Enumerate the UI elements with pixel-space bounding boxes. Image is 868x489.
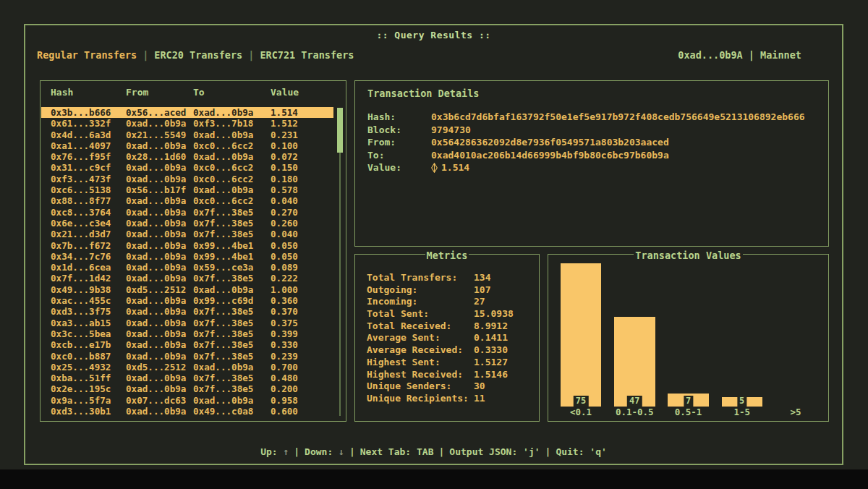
metric-row: Highest Received:1.5146 bbox=[367, 369, 533, 381]
scrollbar-track[interactable] bbox=[339, 108, 341, 416]
tab-erc20-transfers[interactable]: ERC20 Transfers bbox=[154, 49, 242, 61]
table-row[interactable]: 0xd3...30b10xad...0b9a0x49...c0a80.600 bbox=[41, 406, 333, 417]
tab-regular-transfers[interactable]: Regular Transfers bbox=[37, 49, 137, 61]
table-body: 0x3b...b6660x56...aced0xad...0b9a1.5140x… bbox=[41, 107, 333, 417]
chart-bar-value-label: 7 bbox=[684, 396, 693, 407]
metric-value: 107 bbox=[474, 284, 490, 297]
table-row[interactable]: 0x7f...1d420xad...0b9a0x7f...38e50.222 bbox=[41, 273, 333, 284]
table-cell: 0x7f...38e5 bbox=[193, 328, 271, 340]
table-row[interactable]: 0x9a...5f7a0x07...dc630xad...0b9a0.958 bbox=[41, 395, 333, 406]
chart-title: Transaction Values bbox=[634, 250, 742, 261]
table-cell: 0xc0...6cc2 bbox=[193, 162, 271, 174]
table-cell: 0xad...0b9a bbox=[193, 395, 271, 407]
table-row[interactable]: 0x3b...b6660x56...aced0xad...0b9a1.514 bbox=[41, 107, 333, 118]
table-cell: 0x61...332f bbox=[51, 118, 126, 129]
table-row[interactable]: 0xf3...473f0xad...0b9a0xc0...6cc20.180 bbox=[41, 174, 333, 184]
details-title: Transaction Details bbox=[367, 88, 479, 99]
table-row[interactable]: 0x76...f95f0x28...1d600xad...0b9a0.072 bbox=[41, 151, 333, 162]
table-cell: 0x9a...5f7a bbox=[51, 395, 126, 407]
terminal-window: :: Query Results :: Regular Transfers|ER… bbox=[0, 0, 868, 469]
table-cell: 0x7f...1d42 bbox=[51, 273, 126, 284]
detail-value-text: 0xad4010ac206b14d66999b4bf9b80c6bc97b60b… bbox=[431, 149, 669, 162]
table-row[interactable]: 0x6e...c3e40xad...0b9a0x7f...38e50.260 bbox=[41, 218, 333, 229]
table-cell: 0.050 bbox=[271, 240, 333, 252]
table-header: HashFromToValue bbox=[51, 87, 331, 98]
table-cell: 0xf3...7b18 bbox=[193, 118, 271, 129]
table-cell: 0x7f...38e5 bbox=[193, 229, 271, 240]
table-row[interactable]: 0xa3...ab150xad...0b9a0x7f...38e50.375 bbox=[41, 318, 333, 328]
table-cell: 0.231 bbox=[271, 129, 333, 141]
metric-label: Unique Senders: bbox=[367, 380, 474, 393]
detail-label: Hash: bbox=[367, 111, 431, 124]
table-row[interactable]: 0xc6...51380x56...b17f0xad...0b9a0.578 bbox=[41, 184, 333, 195]
metric-row: Average Received:0.3330 bbox=[367, 344, 533, 357]
scrollbar-thumb[interactable] bbox=[337, 108, 343, 153]
table-row[interactable]: 0x34...7c760xad...0b9a0x99...4be10.050 bbox=[41, 251, 333, 262]
table-row[interactable]: 0x61...332f0xad...0b9a0xf3...7b181.512 bbox=[41, 118, 333, 129]
table-row[interactable]: 0xa1...40970xad...0b9a0xc0...6cc20.100 bbox=[41, 140, 333, 151]
table-cell: 0x76...f95f bbox=[51, 151, 126, 163]
table-cell: 0xad...0b9a bbox=[126, 339, 193, 351]
table-row[interactable]: 0x4d...6a3d0x21...55490xad...0b9a0.231 bbox=[41, 129, 333, 140]
metric-row: Total Received:8.9912 bbox=[367, 320, 533, 333]
table-row[interactable]: 0x21...d3d70xad...0b9a0x7f...38e50.040 bbox=[41, 229, 333, 239]
table-row[interactable]: 0x25...49320xd5...25120xad...0b9a0.700 bbox=[41, 362, 333, 373]
metrics-panel: Metrics Total Transfers:134Outgoing:107I… bbox=[354, 254, 540, 422]
metric-label: Outgoing: bbox=[367, 284, 474, 297]
detail-value-text: 1.514 bbox=[441, 161, 469, 174]
statusbar-separator: | bbox=[540, 446, 556, 457]
table-cell: 0xad...0b9a bbox=[193, 129, 271, 141]
table-row[interactable]: 0xd3...3f750xad...0b9a0x7f...38e50.370 bbox=[41, 306, 333, 317]
table-row[interactable]: 0x49...9b380xd5...25120xad...0b9a1.000 bbox=[41, 284, 333, 295]
table-cell: 0xba...51ff bbox=[51, 373, 126, 384]
detail-value: 1.514 bbox=[431, 161, 469, 174]
detail-value: 0x564286362092d8e7936f0549571a803b203aac… bbox=[431, 136, 669, 149]
column-header: Value bbox=[271, 87, 331, 98]
table-row[interactable]: 0xc0...b8870xad...0b9a0x7f...38e50.239 bbox=[41, 351, 333, 362]
detail-label: To: bbox=[367, 149, 431, 162]
metric-row: Outgoing:107 bbox=[367, 284, 533, 297]
table-cell: 0xcb...e17b bbox=[51, 339, 126, 351]
table-row[interactable]: 0x31...c9cf0xad...0b9a0xc0...6cc20.150 bbox=[41, 162, 333, 173]
table-cell: 0xc8...3764 bbox=[51, 207, 126, 218]
table-cell: 0xad...0b9a bbox=[126, 174, 193, 185]
column-header: To bbox=[193, 87, 271, 98]
table-cell: 0xad...0b9a bbox=[126, 406, 193, 417]
metric-row: Highest Sent:1.5127 bbox=[367, 357, 533, 369]
details-fields: Hash:0x3b6cd7d6bfaf163792f50e1ef5e917b97… bbox=[367, 111, 821, 174]
metric-value: 1.5146 bbox=[474, 369, 508, 381]
table-cell: 0.050 bbox=[271, 251, 333, 263]
detail-label: Value: bbox=[367, 161, 431, 174]
column-header: Hash bbox=[51, 87, 126, 98]
table-row[interactable]: 0x3c...5bea0xad...0b9a0x7f...38e50.399 bbox=[41, 328, 333, 339]
metric-label: Total Transfers: bbox=[367, 272, 474, 284]
table-row[interactable]: 0xcb...e17b0xad...0b9a0x7f...38e50.330 bbox=[41, 339, 333, 350]
tab-erc721-transfers[interactable]: ERC721 Transfers bbox=[260, 49, 354, 61]
chart-x-tick-label: 0.5-1 bbox=[661, 407, 715, 418]
table-cell: 0.100 bbox=[271, 140, 333, 152]
transaction-details-panel: Transaction Details Hash:0x3b6cd7d6bfaf1… bbox=[354, 80, 829, 247]
table-cell: 0.040 bbox=[271, 229, 333, 240]
table-cell: 0x7f...38e5 bbox=[193, 339, 271, 351]
table-row[interactable]: 0xac...455c0xad...0b9a0x99...c69d0.360 bbox=[41, 295, 333, 306]
table-row[interactable]: 0x7b...f6720xad...0b9a0x99...4be10.050 bbox=[41, 240, 333, 251]
table-cell: 0x59...ce3a bbox=[193, 262, 271, 273]
table-cell: 0x21...d3d7 bbox=[51, 229, 126, 240]
detail-row: Value:1.514 bbox=[367, 161, 821, 174]
table-row[interactable]: 0x88...8f770xad...0b9a0xc0...6cc20.040 bbox=[41, 195, 333, 206]
table-cell: 0xad...0b9a bbox=[126, 251, 193, 263]
table-cell: 0xad...0b9a bbox=[193, 107, 271, 119]
detail-value: 0x3b6cd7d6bfaf163792f50e1ef5e917b972f408… bbox=[431, 111, 805, 124]
table-row[interactable]: 0x2e...195c0xad...0b9a0x7f...38e50.200 bbox=[41, 383, 333, 394]
statusbar-hint-key: TAB bbox=[417, 446, 433, 457]
table-row[interactable]: 0xba...51ff0xad...0b9a0x7f...38e50.480 bbox=[41, 373, 333, 383]
table-cell: 0xad...0b9a bbox=[126, 295, 193, 307]
table-cell: 0x07...dc63 bbox=[126, 395, 193, 407]
metric-row: Unique Senders:30 bbox=[367, 380, 533, 393]
table-row[interactable]: 0x1d...6cea0xad...0b9a0x59...ce3a0.089 bbox=[41, 262, 333, 273]
table-cell: 1.512 bbox=[271, 118, 333, 129]
transaction-values-chart-panel: Transaction Values 754775 <0.10.1-0.50.5… bbox=[548, 254, 829, 422]
table-row[interactable]: 0xc8...37640xad...0b9a0x7f...38e50.270 bbox=[41, 207, 333, 218]
chart-bar-value-label: 47 bbox=[627, 396, 642, 407]
metric-value: 1.5127 bbox=[474, 357, 508, 369]
